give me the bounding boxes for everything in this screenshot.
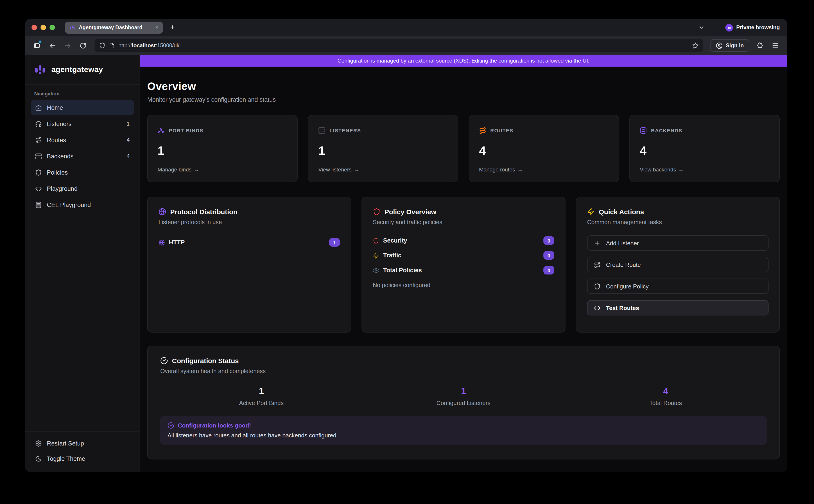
gear-icon xyxy=(373,267,379,273)
card-subtitle: Security and traffic policies xyxy=(373,219,554,225)
sign-in-label: Sign in xyxy=(726,42,744,49)
reload-button[interactable] xyxy=(77,39,89,52)
sidebar-item-cel-playground[interactable]: CEL Playground xyxy=(31,197,134,212)
add-listener-button[interactable]: Add Listener xyxy=(587,235,769,251)
policy-row-traffic: Traffic 0 xyxy=(373,251,554,260)
sidebar-container-button[interactable] xyxy=(31,39,43,52)
tab-close-icon[interactable]: × xyxy=(155,25,158,30)
forward-button[interactable] xyxy=(61,39,74,52)
manage-routes-link[interactable]: Manage routes→ xyxy=(479,167,609,173)
sign-in-button[interactable]: Sign in xyxy=(710,39,749,52)
route-icon xyxy=(35,137,42,143)
zoom-window-button[interactable] xyxy=(50,25,55,30)
route-icon xyxy=(594,261,601,268)
sidebar-item-label: Playground xyxy=(47,185,78,192)
protocol-label: HTTP xyxy=(169,239,185,246)
policy-count-badge: 0 xyxy=(544,236,554,245)
manage-binds-link[interactable]: Manage binds→ xyxy=(158,167,287,173)
toggle-theme-button[interactable]: Toggle Theme xyxy=(31,451,134,466)
protocol-count-badge: 1 xyxy=(329,238,340,247)
policy-overview-card: Policy Overview Security and traffic pol… xyxy=(361,197,566,333)
account-icon xyxy=(716,42,723,49)
metric-configured-listeners: 1 Configured Listeners xyxy=(362,386,565,406)
shield-icon xyxy=(373,237,379,244)
success-description: All listeners have routes and all routes… xyxy=(167,432,760,439)
card-title: Quick Actions xyxy=(599,208,644,216)
action-label: Add Listener xyxy=(606,240,639,246)
routes-card: ROUTES 4 Manage routes→ xyxy=(469,115,619,182)
database-icon xyxy=(640,127,647,134)
config-success-banner: Configuration looks good! All listeners … xyxy=(160,416,767,445)
agentgateway-logo-icon xyxy=(33,63,47,76)
home-icon xyxy=(35,104,42,111)
minimize-window-button[interactable] xyxy=(41,25,46,30)
sidebar-item-home[interactable]: Home xyxy=(31,100,134,115)
new-tab-button[interactable]: + xyxy=(170,23,175,32)
view-backends-link[interactable]: View backends→ xyxy=(640,167,769,173)
list-tabs-chevron-icon[interactable] xyxy=(699,24,705,31)
browser-window: Agentgateway Dashboard × + ∞ Private bro… xyxy=(25,19,787,472)
view-listeners-link[interactable]: View listeners→ xyxy=(318,167,448,173)
close-window-button[interactable] xyxy=(32,25,37,30)
tab-title: Agentgateway Dashboard xyxy=(79,25,142,30)
tab-bar: Agentgateway Dashboard × + ∞ Private bro… xyxy=(25,19,787,36)
window-controls xyxy=(32,25,55,30)
back-button[interactable] xyxy=(46,39,59,52)
arrow-right-icon: → xyxy=(354,167,359,173)
restart-setup-button[interactable]: Restart Setup xyxy=(31,436,134,450)
extensions-icon[interactable] xyxy=(754,39,766,52)
url-bar[interactable]: http://localhost:15000/ui/ xyxy=(95,39,703,52)
screen: Agentgateway Dashboard × + ∞ Private bro… xyxy=(0,0,814,504)
arrow-right-icon: → xyxy=(517,167,523,173)
stat-link-label: Manage binds xyxy=(158,167,191,173)
configure-policy-button[interactable]: Configure Policy xyxy=(587,279,769,294)
tracking-protection-shield-icon[interactable] xyxy=(99,42,105,49)
stat-label: ROUTES xyxy=(490,128,514,133)
middle-cards-row: Protocol Distribution Listener protocols… xyxy=(147,197,780,333)
calculator-icon xyxy=(35,201,42,208)
sidebar-item-listeners[interactable]: Listeners 1 xyxy=(31,116,134,131)
sidebar-item-label: Routes xyxy=(47,137,66,143)
browser-tab[interactable]: Agentgateway Dashboard × xyxy=(65,21,163,34)
quick-actions-card: Quick Actions Common management tasks Ad… xyxy=(576,197,780,333)
browser-toolbar: http://localhost:15000/ui/ Sign in xyxy=(25,36,787,55)
network-icon xyxy=(158,127,165,134)
sidebar-item-label: Listeners xyxy=(47,120,72,127)
bookmark-star-icon[interactable] xyxy=(692,42,699,49)
test-routes-button[interactable]: Test Routes xyxy=(587,300,769,315)
globe-icon xyxy=(158,208,166,216)
url-text[interactable]: http://localhost:15000/ui/ xyxy=(118,42,688,49)
quick-actions-list: Add Listener Create Route Configure Poli… xyxy=(587,235,769,315)
nav-section-label: Navigation xyxy=(34,91,134,96)
metric-label: Configured Listeners xyxy=(362,400,565,406)
stat-link-label: View listeners xyxy=(318,167,351,173)
create-route-button[interactable]: Create Route xyxy=(587,257,769,272)
policy-row-label: Total Policies xyxy=(383,267,422,274)
policy-count-badge: 0 xyxy=(544,266,554,275)
menu-hamburger-icon[interactable] xyxy=(769,39,782,52)
xds-readonly-banner: Configuration is managed by an external … xyxy=(140,55,787,67)
metric-value: 1 xyxy=(160,386,362,396)
check-circle-icon xyxy=(160,357,168,365)
success-title: Configuration looks good! xyxy=(178,422,251,429)
sidebar-item-policies[interactable]: Policies xyxy=(31,165,134,180)
route-icon xyxy=(479,127,486,134)
metric-total-routes: 4 Total Routes xyxy=(565,386,767,406)
url-host: localhost xyxy=(132,42,155,49)
page-info-icon[interactable] xyxy=(109,43,115,48)
sidebar: agentgateway Navigation Home Listeners 1 xyxy=(25,55,140,472)
card-subtitle: Common management tasks xyxy=(587,219,769,225)
stat-link-label: Manage routes xyxy=(479,167,515,173)
brand-header[interactable]: agentgateway xyxy=(25,55,140,85)
shield-icon xyxy=(594,283,601,290)
moon-icon xyxy=(35,455,42,462)
sidebar-item-backends[interactable]: Backends 4 xyxy=(31,149,134,164)
status-metrics: 1 Active Port Binds 1 Configured Listene… xyxy=(160,386,767,406)
policy-count-badge: 0 xyxy=(544,251,554,260)
port-binds-card: PORT BINDS 1 Manage binds→ xyxy=(147,115,297,182)
url-scheme: http:// xyxy=(118,42,132,49)
stat-value: 1 xyxy=(318,144,448,158)
lightning-icon xyxy=(373,252,379,259)
sidebar-item-routes[interactable]: Routes 4 xyxy=(31,132,134,148)
sidebar-item-playground[interactable]: Playground xyxy=(31,181,134,196)
